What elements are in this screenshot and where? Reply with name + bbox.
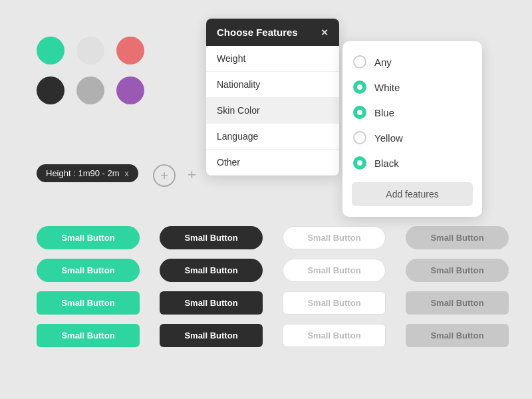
swatch-row-1	[37, 37, 144, 65]
option-blue-label: Blue	[374, 107, 394, 118]
btn-gray-square-1[interactable]: Small Button	[406, 291, 509, 315]
btn-green-rounded-1[interactable]: Small Button	[37, 226, 140, 249]
option-yellow-label: Yellow	[374, 132, 403, 144]
features-panel: Choose Features ✕ Weight Nationality Ski…	[206, 19, 339, 176]
feature-item-other[interactable]: Other	[206, 150, 339, 176]
btn-light-square-2[interactable]: Small Button	[283, 324, 386, 347]
options-dropdown: Any White Blue Yellow Black Add features	[342, 41, 482, 217]
swatch-row-2	[37, 76, 144, 104]
add-filter-button[interactable]: +	[153, 164, 176, 187]
option-white-label: White	[374, 82, 400, 93]
btn-dark-rounded-2[interactable]: Small Button	[160, 259, 263, 282]
add-plus-button[interactable]: +	[188, 166, 196, 184]
btn-gray-rounded-2[interactable]: Small Button	[406, 259, 509, 282]
option-white[interactable]: White	[342, 74, 482, 100]
radio-black[interactable]	[353, 156, 366, 170]
features-panel-title: Choose Features	[217, 27, 298, 38]
option-any-label: Any	[374, 57, 392, 68]
option-yellow[interactable]: Yellow	[342, 125, 482, 150]
feature-item-weight[interactable]: Weight	[206, 46, 339, 72]
features-panel-close[interactable]: ✕	[321, 27, 329, 38]
swatch-dark[interactable]	[37, 76, 65, 104]
btn-light-rounded-1[interactable]: Small Button	[283, 226, 386, 249]
btn-dark-square-2[interactable]: Small Button	[160, 324, 263, 347]
btn-light-rounded-2[interactable]: Small Button	[283, 259, 386, 282]
option-black[interactable]: Black	[342, 150, 482, 176]
btn-green-square-2[interactable]: Small Button	[37, 324, 140, 347]
swatches-area	[37, 37, 144, 116]
feature-item-language[interactable]: Language	[206, 124, 339, 150]
features-list: Weight Nationality Skin Color Language O…	[206, 46, 339, 176]
swatch-mid-gray[interactable]	[76, 76, 104, 104]
option-any[interactable]: Any	[342, 49, 482, 74]
features-panel-header: Choose Features ✕	[206, 19, 339, 46]
radio-any[interactable]	[353, 55, 366, 68]
feature-item-skin-color[interactable]: Skin Color	[206, 98, 339, 124]
height-tag-label: Height : 1m90 - 2m	[46, 168, 120, 178]
swatch-purple[interactable]	[116, 76, 144, 104]
btn-green-rounded-2[interactable]: Small Button	[37, 259, 140, 282]
height-tag: Height : 1m90 - 2m x	[37, 164, 138, 182]
swatch-light-gray[interactable]	[76, 37, 104, 65]
btn-dark-square-1[interactable]: Small Button	[160, 291, 263, 315]
swatch-coral[interactable]	[116, 37, 144, 65]
btn-light-square-1[interactable]: Small Button	[283, 291, 386, 315]
btn-dark-rounded-1[interactable]: Small Button	[160, 226, 263, 249]
btn-green-square-1[interactable]: Small Button	[37, 291, 140, 315]
swatch-green[interactable]	[37, 37, 65, 65]
add-features-button[interactable]: Add features	[352, 182, 473, 206]
btn-gray-rounded-1[interactable]: Small Button	[406, 226, 509, 249]
buttons-section: Small Button Small Button Small Button S…	[37, 226, 522, 347]
option-black-label: Black	[374, 158, 399, 169]
feature-item-nationality[interactable]: Nationality	[206, 72, 339, 98]
radio-blue[interactable]	[353, 106, 366, 119]
height-tag-close[interactable]: x	[125, 169, 129, 178]
option-blue[interactable]: Blue	[342, 100, 482, 125]
radio-yellow[interactable]	[353, 131, 366, 144]
radio-white[interactable]	[353, 80, 366, 94]
btn-gray-square-2[interactable]: Small Button	[406, 324, 509, 347]
